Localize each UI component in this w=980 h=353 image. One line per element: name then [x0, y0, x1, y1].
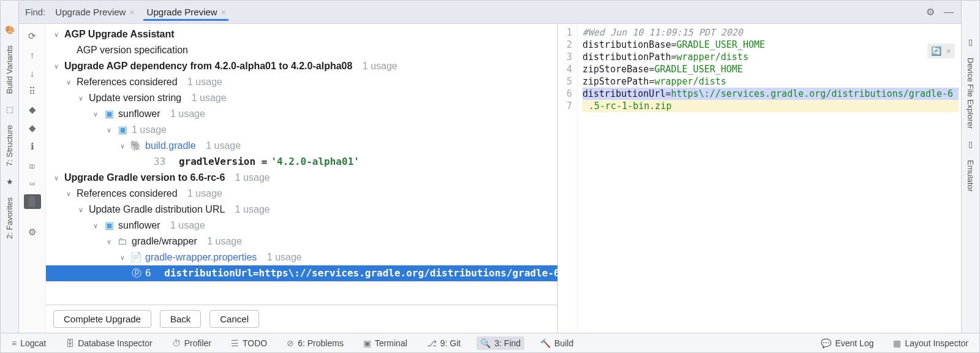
back-button[interactable]: Back [160, 310, 201, 328]
chevron-down-icon[interactable]: ∨ [118, 138, 127, 154]
expand-all-icon[interactable]: ◆ [24, 102, 41, 117]
search-icon: 🔍 [480, 338, 491, 348]
tree-section-agp-dep[interactable]: ∨ Upgrade AGP dependency from 4.2.0-alph… [46, 58, 557, 74]
profiler-icon: ⏱ [172, 338, 181, 348]
chevron-down-icon[interactable]: ∨ [52, 58, 61, 74]
upgrade-actions: Complete Upgrade Back Cancel [46, 305, 557, 333]
find-label: Find: [23, 7, 45, 17]
module-icon: ▣ [117, 122, 128, 138]
chevron-down-icon[interactable]: ∨ [77, 90, 85, 106]
tree-build-gradle[interactable]: ∨ 🐘 build.gradle 1 usage [46, 138, 557, 154]
chevron-down-icon[interactable]: ∨ [52, 26, 61, 42]
close-icon[interactable]: × [129, 7, 134, 17]
next-icon[interactable]: ↓ [24, 66, 41, 80]
gradle-icon: 🐘 [130, 138, 141, 154]
cancel-button[interactable]: Cancel [209, 310, 259, 328]
editor-inspection-widget[interactable]: 🔄 × [927, 44, 955, 58]
logcat-icon: ≡ [12, 338, 17, 348]
status-bar: ≡Logcat 🗄Database Inspector ⏱Profiler ☰T… [1, 333, 979, 352]
tree-module-sunflower-2[interactable]: ∨ ▣ sunflower 1 usage [46, 218, 557, 233]
tree-refs-2[interactable]: ∨ References considered 1 usage [46, 186, 557, 202]
device-file-explorer-tool[interactable]: Device File Explorer [966, 58, 975, 129]
right-tool-strip: ▯ Device File Explorer ▯ Emulator [961, 1, 979, 333]
tree-update-dist-url[interactable]: ∨ Update Gradle distribution URL 1 usage [46, 202, 557, 218]
close-icon[interactable]: × [946, 45, 951, 57]
editor-gutter: 1 2 3 4 5 6 7 [558, 24, 578, 333]
terminal-icon: ▣ [363, 338, 371, 348]
chevron-down-icon[interactable]: ∨ [91, 106, 100, 122]
tree-wrapper-dir[interactable]: ∨ 🗀 gradle/wrapper 1 usage [46, 233, 557, 249]
chevron-down-icon[interactable]: ∨ [52, 170, 61, 186]
favorites-tool[interactable]: 2: Favorites [5, 197, 14, 239]
chevron-down-icon[interactable]: ∨ [118, 249, 127, 265]
tab-upgrade-preview-2[interactable]: Upgrade Preview × [143, 3, 228, 21]
find-header: Find: Upgrade Preview × Upgrade Preview … [19, 1, 961, 24]
tree-update-version-string[interactable]: ∨ Update version string 1 usage [46, 90, 557, 106]
module-icon: ▣ [104, 218, 115, 233]
editor-preview[interactable]: 1 2 3 4 5 6 7 #Wed Jun 10 11:09:15 PDT 2… [558, 24, 961, 333]
tree-root-sub: AGP version specification [46, 42, 557, 58]
status-logcat[interactable]: ≡Logcat [8, 336, 50, 350]
info-icon[interactable]: ℹ [24, 139, 41, 154]
status-profiler[interactable]: ⏱Profiler [168, 336, 215, 350]
chevron-down-icon[interactable]: ∨ [64, 186, 73, 202]
status-build[interactable]: 🔨Build [537, 336, 577, 350]
tree-code-line-1[interactable]: 33 gradleVersion = '4.2.0-alpha01' [46, 154, 557, 170]
left-tool-strip: 🎨 Build Variants ⬚ 7: Structure ★ 2: Fav… [1, 1, 19, 333]
tab-upgrade-preview-1[interactable]: Upgrade Preview × [51, 3, 137, 21]
prev-icon[interactable]: ↑ [24, 47, 41, 62]
find-tool-gutter: ⟳ ↑ ↓ ⠿ ◆ ◆ ℹ ⎄ ⎃ ▉ ⚙ [19, 24, 46, 333]
tree-wrapper-props[interactable]: ∨ 📄 gradle-wrapper.properties 1 usage [46, 249, 557, 265]
settings-icon[interactable]: ⚙ [24, 225, 41, 240]
properties-icon: 📄 [130, 249, 141, 265]
status-find[interactable]: 🔍3: Find [477, 336, 524, 350]
property-icon: ⓟ [132, 265, 141, 281]
expand-icon[interactable]: ⎄ [24, 158, 41, 172]
status-terminal[interactable]: ▣Terminal [360, 336, 411, 350]
todo-icon: ☰ [231, 338, 239, 348]
problems-icon: ⊘ [287, 338, 294, 348]
tree-submodule-1[interactable]: ∨ ▣ 1 usage [46, 122, 557, 138]
chevron-down-icon[interactable]: ∨ [105, 122, 113, 138]
reload-icon[interactable]: 🔄 [931, 45, 941, 57]
collapse-icon[interactable]: ⎃ [24, 176, 41, 191]
event-log-icon: 💬 [821, 338, 831, 348]
status-git[interactable]: ⎇9: Git [423, 336, 464, 350]
editor-code: #Wed Jun 10 11:09:15 PDT 2020 distributi… [578, 24, 961, 333]
tree-root[interactable]: ∨ AGP Upgrade Assistant [46, 26, 557, 42]
emulator-tool[interactable]: Emulator [966, 160, 975, 192]
structure-icon: ⬚ [6, 105, 13, 114]
refresh-icon[interactable]: ⟳ [24, 29, 41, 44]
chevron-down-icon[interactable]: ∨ [64, 74, 73, 90]
folder-icon: 🗀 [117, 233, 128, 249]
collapse-all-icon[interactable]: ◆ [24, 121, 41, 135]
status-database[interactable]: 🗄Database Inspector [62, 336, 156, 350]
chevron-down-icon[interactable]: ∨ [77, 202, 85, 218]
status-layout-inspector[interactable]: ▦Layout Inspector [889, 336, 972, 350]
find-results-tree[interactable]: ∨ AGP Upgrade Assistant AGP version spec… [46, 24, 557, 305]
chevron-down-icon[interactable]: ∨ [91, 218, 100, 233]
git-icon: ⎇ [427, 338, 437, 348]
complete-upgrade-button[interactable]: Complete Upgrade [53, 310, 151, 328]
chevron-down-icon[interactable]: ∨ [105, 233, 113, 249]
preview-icon[interactable]: ▉ [24, 194, 41, 209]
status-event-log[interactable]: 💬Event Log [817, 336, 877, 350]
layout-inspector-icon: ▦ [893, 338, 901, 348]
close-icon[interactable]: × [221, 7, 226, 17]
group-icon[interactable]: ⠿ [24, 84, 41, 99]
tree-refs-1[interactable]: ∨ References considered 1 usage [46, 74, 557, 90]
module-icon: ▣ [104, 106, 115, 122]
tree-code-line-selected[interactable]: ⓟ 6 distributionUrl=https\://services.gr… [46, 265, 557, 281]
database-icon: 🗄 [66, 338, 74, 348]
favorites-icon: ★ [6, 177, 13, 186]
gear-icon[interactable]: ⚙ [924, 6, 937, 18]
tree-section-gradle-ver[interactable]: ∨ Upgrade Gradle version to 6.6-rc-6 1 u… [46, 170, 557, 186]
emulator-icon: ▯ [968, 140, 973, 149]
tree-module-sunflower-1[interactable]: ∨ ▣ sunflower 1 usage [46, 106, 557, 122]
minimize-icon[interactable]: — [943, 6, 955, 18]
build-icon: 🔨 [540, 338, 551, 348]
build-variants-tool[interactable]: Build Variants [5, 45, 14, 94]
structure-tool[interactable]: 7: Structure [5, 125, 14, 166]
status-problems[interactable]: ⊘6: Problems [283, 336, 347, 350]
status-todo[interactable]: ☰TODO [227, 336, 271, 350]
